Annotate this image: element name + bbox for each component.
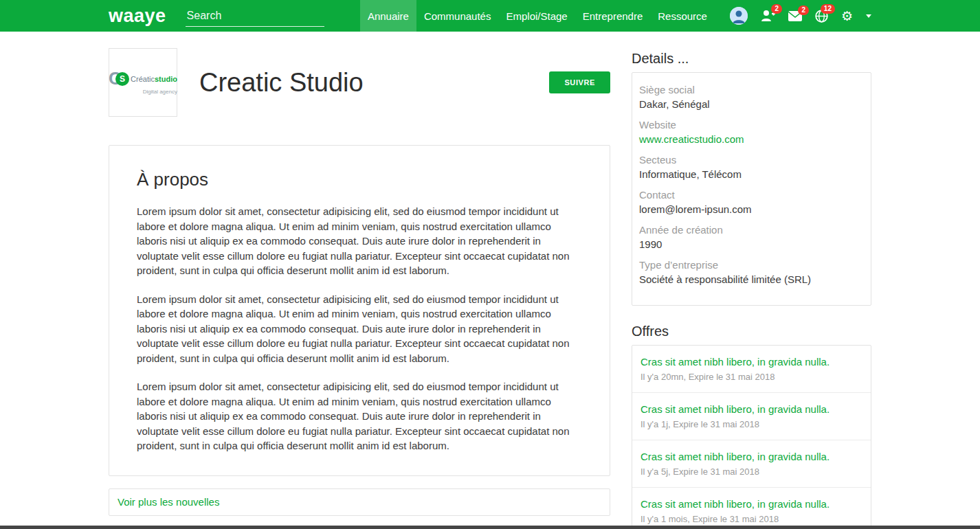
messages-badge: 2 xyxy=(798,5,809,15)
gear-icon: ⚙ xyxy=(841,10,853,23)
brand-logo[interactable]: waaye xyxy=(109,5,166,27)
offers-card: Cras sit amet nibh libero, in gravida nu… xyxy=(632,345,871,529)
company-logo-tagline: Digital agency xyxy=(109,89,177,95)
website-link[interactable]: www.creaticstudio.com xyxy=(639,132,744,146)
nav-item-entreprendre[interactable]: Entreprendre xyxy=(575,0,651,32)
nav-item-emploi-stage[interactable]: Emploi/Stage xyxy=(498,0,575,32)
about-card: À propos Lorem ipsum dolor sit amet, con… xyxy=(109,145,610,476)
about-title: À propos xyxy=(137,169,582,190)
see-more-news-link[interactable]: Voir plus les nouvelles xyxy=(118,496,219,508)
nav-item-annuaire[interactable]: Annuaire xyxy=(360,0,416,32)
nav-item-ressource[interactable]: Ressource xyxy=(650,0,715,32)
nav-item-communautes[interactable]: Communautés xyxy=(416,0,499,32)
about-paragraph: Lorem ipsum dolor sit amet, consectetur … xyxy=(137,204,582,278)
top-navbar: waaye Annuaire Communautés Emploi/Stage … xyxy=(0,0,980,32)
offer-item: Cras sit amet nibh libero, in gravida nu… xyxy=(632,488,871,529)
chevron-down-icon xyxy=(866,14,871,18)
search-input[interactable] xyxy=(186,5,324,27)
messages-button[interactable]: 2 xyxy=(788,11,802,21)
offer-link[interactable]: Cras sit amet nibh libero, in gravida nu… xyxy=(641,497,862,511)
profile-header: C S Créaticstudio Digital agency Creatic… xyxy=(109,48,610,117)
offer-link[interactable]: Cras sit amet nibh libero, in gravida nu… xyxy=(641,403,862,416)
detail-field-annee: Année de création 1990 xyxy=(639,223,864,251)
detail-field-secteur: Secteus Informatique, Télécom xyxy=(639,153,864,181)
offer-meta: Il y'a 1j, Expire le 31 mai 2018 xyxy=(641,418,862,431)
offer-meta: Il y'a 5j, Expire le 31 mai 2018 xyxy=(641,465,862,478)
avatar-person-icon xyxy=(730,7,748,25)
add-contact-button[interactable]: 2 xyxy=(761,10,775,22)
footer xyxy=(0,526,980,529)
sidebar: Details ... Siège social Dakar, Sénégal … xyxy=(632,32,871,529)
offer-item: Cras sit amet nibh libero, in gravida nu… xyxy=(632,393,871,440)
offer-item: Cras sit amet nibh libero, in gravida nu… xyxy=(632,346,871,393)
offer-link[interactable]: Cras sit amet nibh libero, in gravida nu… xyxy=(641,450,862,464)
settings-button[interactable]: ⚙ xyxy=(841,10,853,23)
offer-item: Cras sit amet nibh libero, in gravida nu… xyxy=(632,440,871,488)
add-contact-badge: 2 xyxy=(771,4,782,14)
company-logo-name: Créaticstudio xyxy=(131,75,177,83)
notifications-button[interactable]: 12 xyxy=(815,10,828,23)
about-paragraph: Lorem ipsum dolor sit amet, consectetur … xyxy=(137,379,582,453)
company-logo-mark: C S xyxy=(109,70,129,88)
company-logo: C S Créaticstudio Digital agency xyxy=(109,48,177,117)
news-more-card: Voir plus les nouvelles xyxy=(109,488,610,516)
search-container xyxy=(186,5,324,27)
about-paragraph: Lorem ipsum dolor sit amet, consectetur … xyxy=(137,292,582,366)
page-content: C S Créaticstudio Digital agency Creatic… xyxy=(109,32,871,529)
offer-meta: Il y'a 20mn, Expire le 31 mai 2018 xyxy=(641,370,862,383)
detail-field-type: Type d’entreprise Société à responsabili… xyxy=(639,258,864,286)
notifications-badge: 12 xyxy=(821,4,835,14)
user-avatar[interactable] xyxy=(730,7,748,25)
offer-meta: Il y'a 1 mois, Expire le 31 mai 2018 xyxy=(641,513,862,526)
detail-field-contact: Contact lorem@lorem-ipsun.com xyxy=(639,188,864,216)
dropdown-toggle[interactable] xyxy=(866,14,871,18)
follow-button[interactable]: SUIVRE xyxy=(549,71,610,93)
offers-title: Offres xyxy=(632,324,871,339)
main-column: C S Créaticstudio Digital agency Creatic… xyxy=(109,32,610,529)
details-card: Siège social Dakar, Sénégal Website www.… xyxy=(632,72,871,306)
page-title: Creatic Studio xyxy=(199,68,364,98)
navbar-icons: 2 2 12 ⚙ xyxy=(730,7,871,25)
detail-field-website: Website www.creaticstudio.com xyxy=(639,117,864,146)
detail-field-siege: Siège social Dakar, Sénégal xyxy=(639,82,864,111)
details-title: Details ... xyxy=(632,51,871,67)
offer-link[interactable]: Cras sit amet nibh libero, in gravida nu… xyxy=(641,355,862,369)
main-nav: Annuaire Communautés Emploi/Stage Entrep… xyxy=(360,0,715,32)
